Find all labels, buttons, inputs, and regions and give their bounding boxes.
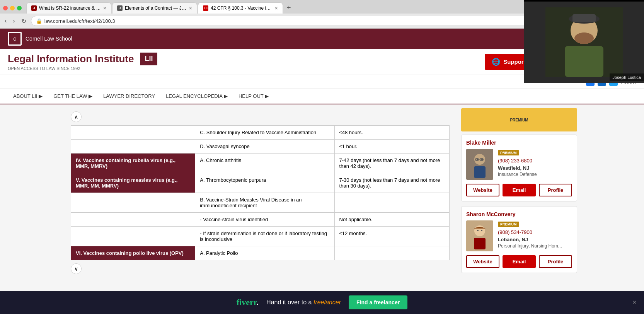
lii-badge: LII bbox=[140, 53, 157, 65]
table-injury-cell: - Vaccine-strain virus identified bbox=[195, 213, 334, 227]
tab-1[interactable]: J What is SR-22 insurance & ho... × bbox=[26, 2, 111, 14]
table-row: C. Shoulder Injury Related to Vaccine Ad… bbox=[71, 126, 450, 140]
table-time-cell: ≤1 hour. bbox=[334, 140, 449, 154]
scroll-down-button[interactable]: ∨ bbox=[71, 263, 82, 274]
tab-title-2: Elements of a Contract — Juri... bbox=[125, 5, 187, 11]
table-time-cell: 7-42 days (not less than 7 days and not … bbox=[334, 154, 449, 173]
table-row: B. Vaccine-Strain Measles Viral Disease … bbox=[71, 193, 450, 213]
attorney-name-blake[interactable]: Blake Miller bbox=[466, 140, 572, 146]
traffic-lights bbox=[3, 6, 22, 10]
table-injury-cell: B. Vaccine-Strain Measles Viral Disease … bbox=[195, 193, 334, 213]
vaccine-table: C. Shoulder Injury Related to Vaccine Ad… bbox=[71, 125, 450, 260]
table-category-cell: IV. Vaccines containing rubella virus (e… bbox=[71, 154, 195, 173]
reload-button[interactable]: ↻ bbox=[20, 17, 28, 26]
main-content: ∧ C. Shoulder Injury Related to Vaccine … bbox=[63, 104, 581, 282]
table-row: IV. Vaccines containing rubella virus (e… bbox=[71, 154, 450, 173]
profile-button-sharon[interactable]: Profile bbox=[539, 255, 572, 268]
nav-about[interactable]: ABOUT LII ▶ bbox=[8, 89, 48, 104]
nav-help-out[interactable]: HELP OUT ▶ bbox=[233, 89, 274, 104]
svg-point-12 bbox=[481, 230, 482, 231]
attorney-photo-img-blake bbox=[466, 149, 493, 180]
attorney-photo-sharon bbox=[466, 220, 493, 251]
table-injury-cell: A. Chronic arthritis bbox=[195, 154, 334, 173]
table-category-cell: V. Vaccines containing measles virus (e.… bbox=[71, 173, 195, 193]
svg-rect-15 bbox=[565, 46, 603, 77]
attorney-photo-img-sharon bbox=[466, 220, 493, 251]
svg-point-11 bbox=[477, 230, 479, 231]
tab-2[interactable]: J Elements of a Contract — Juri... × bbox=[112, 2, 197, 14]
nav-lawyer-dir[interactable]: LAWYER DIRECTORY bbox=[98, 89, 160, 104]
tab-title-1: What is SR-22 insurance & ho... bbox=[39, 5, 101, 11]
forward-button[interactable]: › bbox=[11, 17, 16, 25]
nav-get-law[interactable]: GET THE LAW ▶ bbox=[48, 89, 98, 104]
attorney-info-blake: PREMIUM (908) 233-6800 Westfield, NJ Ins… bbox=[466, 149, 572, 180]
attorney-photo-blake bbox=[466, 149, 493, 180]
premium-badge: PREMIUM bbox=[510, 118, 528, 122]
tab-favicon-1: J bbox=[31, 5, 37, 11]
svg-text:C: C bbox=[13, 37, 16, 41]
lii-logo-area: Legal Information Institute LII Open Acc… bbox=[8, 53, 157, 71]
table-time-cell: Not applicable. bbox=[334, 213, 449, 227]
support-icon: 🌐 bbox=[492, 58, 500, 66]
table-time-cell bbox=[334, 193, 449, 213]
table-time-cell: 7-30 days (not less than 7 days and not … bbox=[334, 173, 449, 193]
attorney-name-sharon[interactable]: Sharon McConvery bbox=[466, 211, 572, 217]
attorney-details-blake: PREMIUM (908) 233-6800 Westfield, NJ Ins… bbox=[498, 149, 572, 177]
cornell-name: Cornell Law School bbox=[26, 36, 72, 42]
table-category-cell bbox=[71, 213, 195, 227]
webcam-overlay: Joseph Lustica bbox=[524, 0, 644, 81]
table-injury-cell: C. Shoulder Injury Related to Vaccine Ad… bbox=[195, 126, 334, 140]
website-button-sharon[interactable]: Website bbox=[466, 255, 499, 268]
table-injury-cell: A. Paralytic Polio bbox=[195, 246, 334, 260]
close-window-btn[interactable] bbox=[3, 6, 8, 10]
attorney-btns-sharon: Website Email Profile bbox=[466, 255, 572, 268]
tab-close-3[interactable]: × bbox=[275, 5, 278, 11]
attorney-card-blake-miller: Blake Miller bbox=[461, 135, 577, 201]
tab-3[interactable]: LII 42 CFR § 100.3 - Vaccine inju... × bbox=[198, 2, 283, 14]
table-category-cell: VI. Vaccines containing polio live virus… bbox=[71, 246, 195, 260]
cornell-logo-area: C Cornell Law School bbox=[8, 32, 72, 46]
webcam-video bbox=[545, 7, 623, 77]
email-button-blake[interactable]: Email bbox=[503, 184, 536, 196]
minimize-window-btn[interactable] bbox=[10, 6, 15, 10]
sidebar: PREMIUM Blake Miller bbox=[457, 104, 581, 282]
scroll-up-button[interactable]: ∧ bbox=[71, 111, 82, 122]
profile-button-blake[interactable]: Profile bbox=[539, 184, 572, 196]
table-category-cell bbox=[71, 126, 195, 140]
premium-badge-blake: PREMIUM bbox=[498, 150, 519, 155]
nav-legal-enc[interactable]: LEGAL ENCYCLOPEDIA ▶ bbox=[160, 89, 233, 104]
table-time-cell bbox=[334, 246, 449, 260]
table-category-cell bbox=[71, 227, 195, 246]
tab-close-2[interactable]: × bbox=[189, 5, 192, 11]
table-injury-cell: A. Thrombocytopenic purpura bbox=[195, 173, 334, 193]
table-section: ∧ C. Shoulder Injury Related to Vaccine … bbox=[63, 104, 457, 282]
tab-title-3: 42 CFR § 100.3 - Vaccine inju... bbox=[211, 5, 273, 11]
svg-rect-10 bbox=[474, 238, 486, 249]
maximize-window-btn[interactable] bbox=[17, 6, 22, 10]
sidebar-ad-banner: PREMIUM bbox=[461, 108, 577, 131]
table-injury-cell: - If strain determination is not done or… bbox=[195, 227, 334, 246]
attorney-avatar-sharon bbox=[470, 222, 489, 249]
attorney-phone-blake[interactable]: (908) 233-6800 bbox=[498, 158, 572, 164]
lii-subtitle: Open Access to Law Since 1992 bbox=[8, 66, 157, 71]
svg-rect-17 bbox=[572, 14, 596, 22]
svg-point-18 bbox=[574, 32, 594, 44]
tab-favicon-2: J bbox=[117, 5, 123, 11]
website-button-blake[interactable]: Website bbox=[466, 184, 499, 196]
new-tab-button[interactable]: + bbox=[284, 2, 294, 14]
attorney-btns-blake: Website Email Profile bbox=[466, 184, 572, 196]
table-row: VI. Vaccines containing polio live virus… bbox=[71, 246, 450, 260]
cornell-shield-icon: C bbox=[9, 33, 20, 44]
lock-icon: 🔒 bbox=[36, 18, 42, 24]
attorney-practice-sharon: Personal Injury, Nursing Hom... bbox=[498, 243, 572, 249]
email-button-sharon[interactable]: Email bbox=[503, 255, 536, 268]
tab-close-1[interactable]: × bbox=[103, 5, 106, 11]
attorney-details-sharon: PREMIUM (908) 534-7900 Lebanon, NJ Perso… bbox=[498, 220, 572, 249]
attorney-location-sharon: Lebanon, NJ bbox=[498, 237, 572, 242]
svg-rect-3 bbox=[474, 166, 486, 178]
table-injury-cell: D. Vasovagal syncope bbox=[195, 140, 334, 154]
attorney-practice-blake: Insurance Defense bbox=[498, 172, 572, 177]
back-button[interactable]: ‹ bbox=[3, 17, 8, 25]
table-row: D. Vasovagal syncope ≤1 hour. bbox=[71, 140, 450, 154]
attorney-phone-sharon[interactable]: (908) 534-7900 bbox=[498, 229, 572, 235]
